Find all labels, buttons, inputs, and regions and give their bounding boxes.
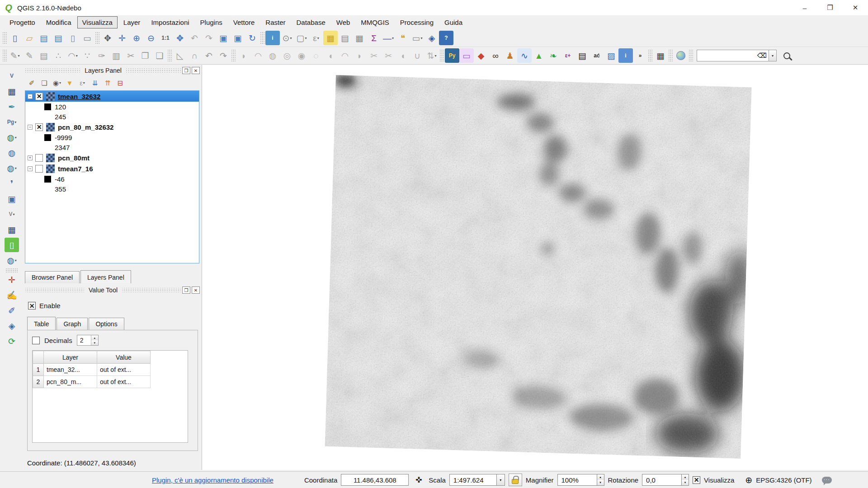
save-project-icon[interactable]: ▤ (37, 31, 51, 45)
map-tips-icon[interactable]: ❝ (396, 31, 410, 45)
merge-features-icon[interactable]: ◖ (396, 48, 410, 63)
layer-visibility-checkbox[interactable]: ✕ (35, 93, 43, 100)
chevron-down-icon[interactable]: ▾ (76, 54, 78, 58)
plugin-clipboard-icon[interactable]: ✍ (5, 288, 19, 302)
spin-down-icon[interactable]: ▾ (597, 480, 604, 485)
search-input[interactable]: ⌫ (697, 50, 769, 61)
column-header-value[interactable]: Value (97, 351, 151, 364)
chevron-down-icon[interactable]: ▾ (15, 258, 17, 263)
menu-progetto[interactable]: Progetto (5, 16, 40, 28)
chevron-down-icon[interactable]: ▾ (305, 36, 307, 40)
menu-modifica[interactable]: Modifica (41, 16, 76, 28)
menu-layer[interactable]: Layer (118, 16, 146, 28)
chevron-down-icon[interactable]: ▾ (420, 36, 422, 40)
profile-tool-icon[interactable]: ∿ (517, 48, 532, 63)
search-input[interactable] (699, 52, 757, 59)
plugin-table-sync-icon[interactable]: ⟳ (5, 334, 19, 348)
menu-plugins[interactable]: Plugins (195, 16, 227, 28)
delete-part-icon[interactable]: ◖ (323, 48, 338, 63)
layer-item-tmean_32632[interactable]: −✕tmean_32632 (25, 91, 199, 102)
offset-curve-icon[interactable]: ◗ (352, 48, 367, 63)
new-geopackage-layer-icon[interactable]: ▯ (5, 238, 19, 252)
zoom-native-icon[interactable]: 1:1 (158, 31, 173, 45)
chevron-down-icon[interactable]: ▾ (434, 54, 436, 58)
layer-label[interactable]: tmean7_16 (58, 165, 93, 173)
plugin-crosshair-icon[interactable]: ✛ (5, 272, 19, 287)
legend-item[interactable]: -46 (25, 174, 199, 184)
manage-visibility-icon[interactable]: ◉▾ (51, 77, 63, 89)
run-feature-action-icon[interactable]: ⊙▾ (280, 31, 294, 45)
panel-float-icon[interactable]: ❐ (182, 67, 190, 74)
zoom-full-extent-icon[interactable]: ✥ (173, 31, 187, 45)
map-export-icon[interactable]: ▨ (604, 48, 618, 63)
simplify-feature-icon[interactable]: ◠ (251, 48, 265, 63)
save-project-as-icon[interactable]: ▤ (51, 31, 66, 45)
current-edits-icon[interactable]: ✎▾ (8, 48, 22, 63)
move-feature-icon[interactable]: ∵ (80, 48, 94, 63)
open-attribute-table-icon[interactable]: ▦ (323, 31, 338, 45)
new-shapefile-layer-icon[interactable]: ▣ (5, 192, 19, 206)
zoom-next-icon[interactable]: ↷ (202, 31, 216, 45)
chevron-down-icon[interactable]: ▾ (497, 474, 505, 486)
expand-all-icon[interactable]: ⇊ (89, 77, 101, 89)
scale-combo[interactable]: 1:497.624 ▾ (449, 474, 505, 486)
new-bookmark-icon[interactable]: ▣ (231, 31, 245, 45)
panel-drag-handle[interactable] (25, 288, 84, 292)
panel-drag-handle[interactable] (122, 288, 181, 292)
add-mssql-layer-icon[interactable]: ◍ (5, 145, 19, 160)
crs-status[interactable]: EPSG:4326 (OTF) (756, 476, 811, 484)
tab-options[interactable]: Options (89, 318, 124, 330)
chevron-down-icon[interactable]: ▾ (15, 166, 17, 170)
clear-search-icon[interactable]: ⌫ (757, 52, 767, 60)
collapse-icon[interactable]: − (28, 125, 33, 130)
split-features-icon[interactable]: ✂ (367, 48, 381, 63)
panel-close-icon[interactable]: ✕ (192, 67, 200, 74)
panel-drag-handle[interactable] (126, 68, 181, 73)
legend-item[interactable]: 120 (25, 102, 199, 112)
zoom-to-layer-icon[interactable]: ▣ (216, 31, 231, 45)
layer-label[interactable]: pcn_80mt (58, 154, 90, 162)
undo-icon[interactable]: ↶ (202, 48, 216, 63)
add-postgis-layer-icon[interactable]: Pg▾ (5, 115, 19, 129)
show-statistics-icon[interactable]: Σ (367, 31, 381, 45)
new-project-icon[interactable]: ▯ (8, 31, 22, 45)
add-wms-layer-icon[interactable]: ◍▾ (5, 161, 19, 175)
zoom-last-icon[interactable]: ↶ (187, 31, 202, 45)
chevron-down-icon[interactable]: ▾ (317, 36, 319, 40)
panel-close-icon[interactable]: ✕ (192, 286, 200, 294)
remove-layer-icon[interactable]: ⊟ (114, 77, 127, 89)
plugin-geometry-icon[interactable]: ◈ (5, 319, 19, 333)
node-tool-icon[interactable]: ◠▾ (66, 48, 80, 63)
plugin-pointer-icon[interactable]: ♟ (503, 48, 517, 63)
toggle-editing-icon[interactable]: ✎ (22, 48, 37, 63)
new-virtual-layer-icon[interactable]: V▾ (5, 207, 19, 221)
add-spatialite-layer-icon[interactable]: ◍▾ (5, 130, 19, 145)
refresh-map-icon[interactable]: ↻ (245, 31, 259, 45)
measure-icon[interactable]: ―▾ (381, 31, 396, 45)
filter-legend-icon[interactable]: ▼ (63, 77, 76, 89)
extent-toggle-icon[interactable]: ✜ (412, 474, 425, 486)
reshape-features-icon[interactable]: ◠ (338, 48, 352, 63)
identify-features-icon[interactable]: i (265, 31, 280, 45)
filter-expression-icon[interactable]: ε▾ (76, 77, 89, 89)
whats-this-icon[interactable]: i (618, 48, 633, 63)
redo-icon[interactable]: ↷ (216, 48, 231, 63)
snapping-icon[interactable]: ∩ (187, 48, 202, 63)
magnifier-spinner[interactable]: 100% ▴▾ (557, 474, 604, 486)
panel-drag-handle[interactable] (25, 68, 80, 73)
plugin-checklist-icon[interactable]: ▤ (575, 48, 590, 63)
layer-label[interactable]: pcn_80_m_32632 (58, 123, 113, 131)
decimals-checkbox[interactable] (32, 337, 40, 344)
chevron-down-icon[interactable]: ▾ (769, 50, 777, 61)
decimals-spinner[interactable]: 2 ▴ ▾ (77, 335, 99, 346)
plugin-shape-icon[interactable]: ▭ (459, 48, 474, 63)
paste-features-icon[interactable]: ❑ (152, 48, 167, 63)
chevron-down-icon[interactable]: ▾ (83, 81, 85, 85)
map-raster[interactable] (325, 75, 752, 459)
chevron-down-icon[interactable]: ▾ (14, 120, 16, 124)
statistical-summary-icon[interactable]: ▦ (352, 31, 367, 45)
menu-impostazioni[interactable]: Impostazioni (146, 16, 194, 28)
split-parts-icon[interactable]: ✂ (381, 48, 396, 63)
touch-zoom-icon[interactable]: ◈ (425, 31, 439, 45)
tab-browser-panel[interactable]: Browser Panel (25, 271, 80, 283)
